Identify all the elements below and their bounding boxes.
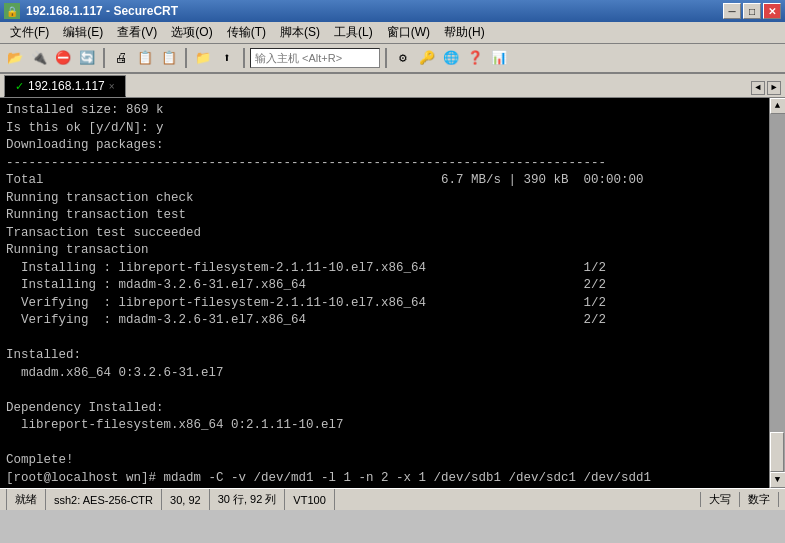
status-encryption: ssh2: AES-256-CTR [46, 489, 162, 510]
menu-view[interactable]: 查看(V) [111, 22, 163, 43]
chart-btn[interactable]: 📊 [488, 47, 510, 69]
title-bar: 🔒 192.168.1.117 - SecureCRT ─ □ ✕ [0, 0, 785, 22]
status-bar: 就绪 ssh2: AES-256-CTR 30, 92 30 行, 92 列 V… [0, 488, 785, 510]
copy-btn[interactable]: 📋 [134, 47, 156, 69]
status-num: 数字 [740, 492, 779, 507]
disconnect-btn[interactable]: ⛔ [52, 47, 74, 69]
toolbar: 📂 🔌 ⛔ 🔄 🖨 📋 📋 📁 ⬆ ⚙ 🔑 🌐 ❓ 📊 [0, 44, 785, 74]
tab-label: 192.168.1.117 [28, 79, 105, 93]
tab-bar: ✓ 192.168.1.117 × ◄ ► [0, 74, 785, 98]
status-terminal: VT100 [285, 489, 334, 510]
help-btn[interactable]: ❓ [464, 47, 486, 69]
terminal-container: Installed size: 869 k Is this ok [y/d/N]… [0, 98, 785, 488]
close-button[interactable]: ✕ [763, 3, 781, 19]
status-caps: 大写 [700, 492, 740, 507]
scroll-up-btn[interactable]: ▲ [770, 98, 786, 114]
scrollbar[interactable]: ▲ ▼ [769, 98, 785, 488]
reconnect-btn[interactable]: 🔄 [76, 47, 98, 69]
window-title: 192.168.1.117 - SecureCRT [26, 4, 178, 18]
toolbar-sep4 [385, 48, 387, 68]
menu-bar: 文件(F) 编辑(E) 查看(V) 选项(O) 传输(T) 脚本(S) 工具(L… [0, 22, 785, 44]
session-tab[interactable]: ✓ 192.168.1.117 × [4, 75, 126, 97]
tab-next-btn[interactable]: ► [767, 81, 781, 95]
status-position: 30 行, 92 列 [210, 489, 286, 510]
tab-prev-btn[interactable]: ◄ [751, 81, 765, 95]
paste-btn[interactable]: 📋 [158, 47, 180, 69]
toolbar-sep3 [243, 48, 245, 68]
status-ready: 就绪 [6, 489, 46, 510]
maximize-button[interactable]: □ [743, 3, 761, 19]
scroll-down-btn[interactable]: ▼ [770, 472, 786, 488]
tab-close-btn[interactable]: × [109, 81, 115, 92]
upload-btn[interactable]: ⬆ [216, 47, 238, 69]
menu-edit[interactable]: 编辑(E) [57, 22, 109, 43]
menu-script[interactable]: 脚本(S) [274, 22, 326, 43]
menu-transfer[interactable]: 传输(T) [221, 22, 272, 43]
menu-window[interactable]: 窗口(W) [381, 22, 436, 43]
menu-options[interactable]: 选项(O) [165, 22, 218, 43]
scrollbar-track[interactable] [770, 114, 785, 472]
minimize-button[interactable]: ─ [723, 3, 741, 19]
key-btn[interactable]: 🔑 [416, 47, 438, 69]
app-icon: 🔒 [4, 3, 20, 19]
toolbar-sep1 [103, 48, 105, 68]
tab-checkmark: ✓ [15, 80, 24, 93]
print-btn[interactable]: 🖨 [110, 47, 132, 69]
menu-help[interactable]: 帮助(H) [438, 22, 491, 43]
toolbar-sep2 [185, 48, 187, 68]
scrollbar-thumb[interactable] [770, 432, 784, 472]
settings-btn[interactable]: ⚙ [392, 47, 414, 69]
menu-tools[interactable]: 工具(L) [328, 22, 379, 43]
sftp-btn[interactable]: 📁 [192, 47, 214, 69]
globe-btn[interactable]: 🌐 [440, 47, 462, 69]
new-session-btn[interactable]: 📂 [4, 47, 26, 69]
host-input[interactable] [250, 48, 380, 68]
menu-file[interactable]: 文件(F) [4, 22, 55, 43]
terminal[interactable]: Installed size: 869 k Is this ok [y/d/N]… [0, 98, 769, 488]
status-cursor: 30, 92 [162, 489, 210, 510]
connect-btn[interactable]: 🔌 [28, 47, 50, 69]
